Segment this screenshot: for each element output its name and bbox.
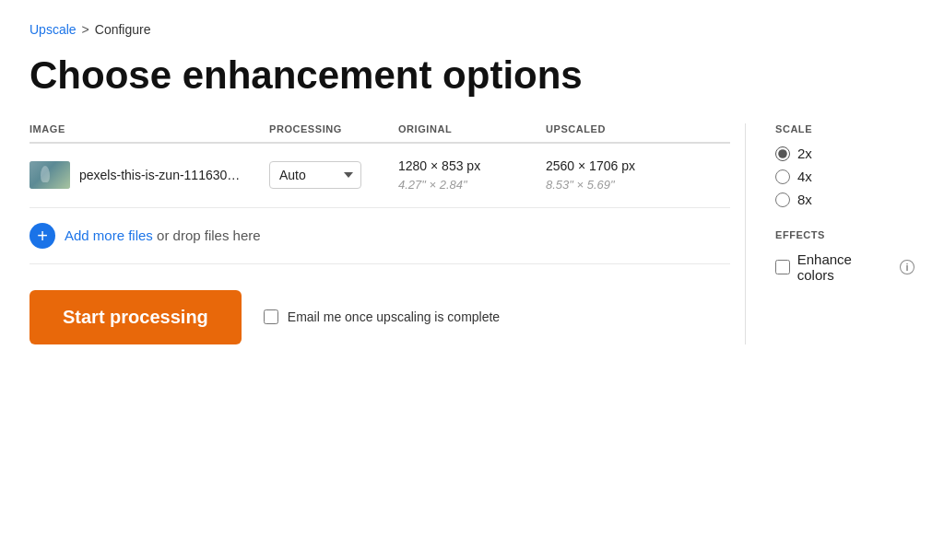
scale-4x-label: 4x: [797, 169, 812, 184]
email-checkbox[interactable]: [264, 309, 278, 324]
scale-2x[interactable]: 2x: [775, 146, 914, 161]
enhance-colors-info-icon[interactable]: i: [900, 260, 914, 274]
left-panel: IMAGE PROCESSING ORIGINAL UPSCALED pexel…: [30, 123, 730, 344]
start-processing-button[interactable]: Start processing: [30, 290, 242, 344]
processing-dropdown[interactable]: Auto Manual: [269, 161, 361, 189]
col-original: ORIGINAL: [398, 123, 546, 134]
col-image: IMAGE: [30, 123, 269, 134]
enhance-colors-text: Enhance colors: [797, 251, 891, 283]
add-files-link[interactable]: Add more files: [65, 228, 153, 243]
breadcrumb-separator: >: [82, 22, 89, 37]
upscaled-dimensions: 2560 × 1706 px 8.53" × 5.69": [546, 157, 730, 194]
processing-select[interactable]: Auto Manual: [269, 161, 398, 189]
scale-label: SCALE: [775, 123, 914, 134]
scale-4x-radio[interactable]: [775, 169, 790, 184]
table-row: pexels-this-is-zun-111630… Auto Manual 1…: [30, 144, 730, 208]
table-header: IMAGE PROCESSING ORIGINAL UPSCALED: [30, 123, 730, 144]
bottom-bar: Start processing Email me once upscaling…: [30, 290, 730, 344]
original-dimensions: 1280 × 853 px 4.27" × 2.84": [398, 157, 546, 194]
scale-2x-radio[interactable]: [775, 146, 790, 161]
effects-label: EFFECTS: [775, 229, 914, 240]
right-panel: SCALE 2x 4x 8x EFFECTS Enhance colors i: [745, 123, 914, 344]
enhance-colors-checkbox[interactable]: [775, 260, 790, 274]
col-upscaled: UPSCALED: [546, 123, 730, 134]
add-files-drop: or drop files here: [157, 228, 261, 243]
breadcrumb-upscale[interactable]: Upscale: [30, 22, 77, 37]
scale-8x-radio[interactable]: [775, 192, 790, 207]
add-files-icon[interactable]: +: [30, 223, 55, 249]
email-check-text: Email me once upscaling is complete: [288, 309, 500, 324]
thumbnail: [30, 161, 70, 189]
add-files-text: Add more files or drop files here: [65, 228, 261, 243]
scale-8x[interactable]: 8x: [775, 192, 914, 207]
page-title: Choose enhancement options: [30, 53, 914, 98]
enhance-colors-label[interactable]: Enhance colors i: [775, 251, 914, 283]
scale-4x[interactable]: 4x: [775, 169, 914, 184]
add-files-row[interactable]: + Add more files or drop files here: [30, 208, 730, 264]
scale-8x-label: 8x: [797, 192, 812, 207]
scale-2x-label: 2x: [797, 146, 812, 161]
col-processing: PROCESSING: [269, 123, 398, 134]
email-check-label[interactable]: Email me once upscaling is complete: [264, 309, 500, 324]
scale-radio-group: 2x 4x 8x: [775, 146, 914, 207]
breadcrumb: Upscale > Configure: [30, 22, 914, 37]
image-cell: pexels-this-is-zun-111630…: [30, 161, 269, 189]
breadcrumb-current: Configure: [95, 22, 151, 37]
filename: pexels-this-is-zun-111630…: [79, 168, 240, 182]
